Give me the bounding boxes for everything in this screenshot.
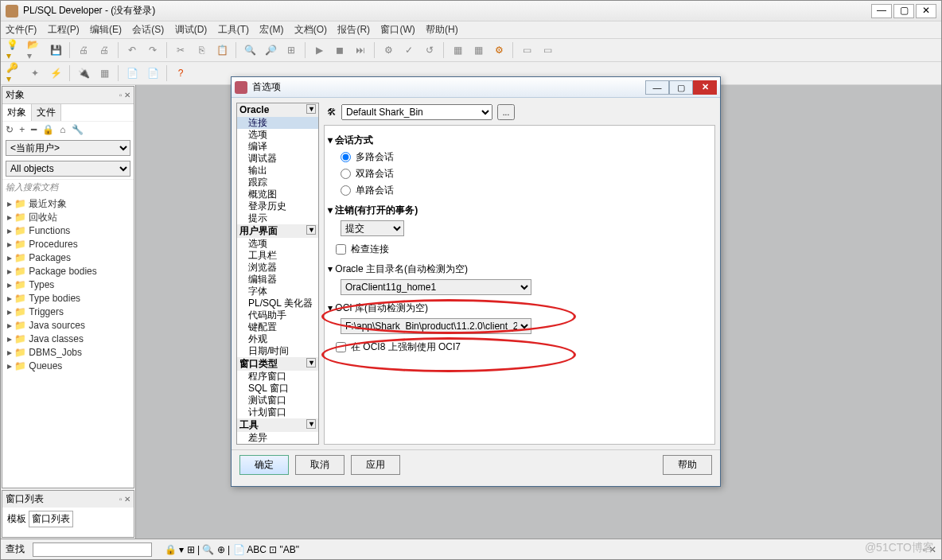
profile-browse-button[interactable]: ... (497, 104, 515, 120)
pref-item[interactable]: 代码助手 (237, 309, 318, 321)
tree-node[interactable]: 📁DBMS_Jobs (7, 346, 129, 360)
plug-icon[interactable]: 🔌 (75, 64, 92, 82)
tree-node[interactable]: 📁Queues (7, 360, 129, 373)
data-icon[interactable]: ▦ (95, 64, 113, 82)
pref-item[interactable]: 计划窗口 (237, 406, 318, 418)
dialog-close[interactable]: ✕ (693, 80, 717, 95)
print-icon[interactable]: 🖨 (75, 41, 92, 59)
search-placeholder[interactable]: 输入搜索文档 (2, 179, 134, 195)
cascade-icon[interactable]: ▭ (539, 41, 556, 59)
menu-tools[interactable]: 工具(T) (218, 24, 249, 35)
menu-project[interactable]: 工程(P) (48, 24, 80, 35)
apply-button[interactable]: 应用 (351, 455, 400, 475)
replace-icon[interactable]: ⊞ (282, 41, 300, 59)
tab-files[interactable]: 文件 (32, 104, 61, 121)
pref-item[interactable]: 工具栏 (237, 250, 318, 262)
pref-item[interactable]: 浏览器 (237, 262, 318, 274)
check-connection-checkbox[interactable] (336, 244, 346, 255)
menu-edit[interactable]: 编辑(E) (90, 24, 122, 35)
menu-help[interactable]: 帮助(H) (426, 24, 458, 35)
tree-node[interactable]: 📁Java sources (7, 319, 129, 332)
filter-combo[interactable]: All objects (6, 161, 130, 177)
more1-icon[interactable]: ▦ (449, 41, 466, 59)
spark-icon[interactable]: ✦ (26, 64, 44, 82)
findnext-icon[interactable]: 🔎 (262, 41, 279, 59)
menu-macro[interactable]: 宏(M) (259, 24, 283, 35)
pref-item[interactable]: SQL 窗口 (237, 383, 318, 395)
preferences-tree[interactable]: Oracle▾连接选项编译调试器输出跟踪概览图登录历史提示用户界面▾选项工具栏浏… (236, 103, 319, 445)
cancel-button[interactable]: 取消 (295, 455, 344, 475)
user-combo[interactable]: <当前用户> (6, 140, 130, 156)
window-list-input[interactable]: 窗口列表 (29, 511, 73, 527)
print2-icon[interactable]: 🖨 (95, 41, 113, 59)
paste-icon[interactable]: 📋 (213, 41, 231, 59)
pref-category[interactable]: 用户界面▾ (237, 224, 318, 238)
pref-item[interactable]: 数据生成器 (237, 444, 318, 445)
dialog-minimize[interactable]: — (645, 80, 669, 95)
flash-icon[interactable]: ⚡ (47, 64, 64, 82)
pref-item[interactable]: 编译 (237, 141, 318, 153)
close-button[interactable]: ✕ (916, 4, 936, 18)
cut-icon[interactable]: ✂ (172, 41, 189, 59)
tree-node[interactable]: 📁Type bodies (7, 292, 129, 305)
force-oci7-checkbox[interactable] (336, 342, 346, 352)
pref-item[interactable]: 跟踪 (237, 177, 318, 189)
menu-session[interactable]: 会话(S) (132, 24, 164, 35)
oci-lib-select[interactable]: F:\app\Shark_Bin\product\11.2.0\client_2… (341, 318, 531, 334)
help-icon[interactable]: ? (172, 64, 189, 82)
tree-node[interactable]: 📁Package bodies (7, 265, 129, 278)
pref-item[interactable]: 字体 (237, 286, 318, 298)
object-tree[interactable]: 📁最近对象📁回收站📁Functions📁Procedures📁Packages📁… (2, 195, 134, 375)
pref-item[interactable]: 提示 (237, 212, 318, 224)
tree-node[interactable]: 📁Packages (7, 251, 129, 265)
object-toolbar[interactable]: ↻ + ━ 🔒 ⌂ 🔧 (2, 121, 134, 138)
redo-icon[interactable]: ↷ (144, 41, 162, 59)
single-session-radio[interactable] (341, 185, 351, 196)
pref-item[interactable]: 程序窗口 (237, 371, 318, 383)
tree-node[interactable]: 📁Java classes (7, 332, 129, 346)
pref-item[interactable]: 日期/时间 (237, 345, 318, 357)
pref-item[interactable]: 概览图 (237, 189, 318, 200)
pref-item[interactable]: 选项 (237, 129, 318, 141)
logoff-select[interactable]: 提交 (341, 220, 404, 236)
maximize-button[interactable]: ▢ (893, 4, 914, 18)
pref-item[interactable]: PL/SQL 美化器 (237, 298, 318, 309)
pref-category[interactable]: 工具▾ (237, 418, 318, 432)
find-icon[interactable]: 🔍 (241, 41, 259, 59)
exec-icon[interactable]: ⚙ (380, 41, 397, 59)
step-icon[interactable]: ⏭ (352, 41, 369, 59)
script2-icon[interactable]: 📄 (144, 64, 162, 82)
dual-session-radio[interactable] (341, 169, 351, 179)
pref-item[interactable]: 输出 (237, 165, 318, 177)
session-mode-head[interactable]: 会话方式 (328, 132, 711, 149)
help-button[interactable]: 帮助 (663, 455, 712, 475)
minimize-button[interactable]: — (871, 4, 892, 18)
tree-node[interactable]: 📁Functions (7, 224, 129, 238)
run-icon[interactable]: ▶ (310, 41, 328, 59)
search-input[interactable] (33, 542, 152, 557)
pref-item[interactable]: 登录历史 (237, 200, 318, 212)
pref-item[interactable]: 调试器 (237, 153, 318, 165)
profile-select[interactable]: Default Shark_Bin (341, 104, 492, 120)
save-icon[interactable]: 💾 (47, 41, 64, 59)
pref-category[interactable]: Oracle▾ (237, 103, 318, 117)
special-icon[interactable]: ⚙ (490, 41, 508, 59)
logoff-head[interactable]: 注销(有打开的事务) (328, 202, 711, 219)
oracle-home-select[interactable]: OraClient11g_home1 (341, 279, 531, 295)
pref-item[interactable]: 键配置 (237, 321, 318, 333)
menu-file[interactable]: 文件(F) (6, 24, 37, 35)
tab-objects[interactable]: 对象 (2, 104, 32, 121)
window-icon[interactable]: ▭ (518, 41, 535, 59)
pref-item[interactable]: 测试窗口 (237, 395, 318, 406)
pref-item[interactable]: 外观 (237, 333, 318, 345)
stop-icon[interactable]: ◼ (331, 41, 348, 59)
rollback-icon[interactable]: ↺ (421, 41, 438, 59)
pref-item[interactable]: 差异 (237, 432, 318, 444)
key-icon[interactable]: 🔑▾ (6, 64, 23, 82)
menu-debug[interactable]: 调试(D) (175, 24, 208, 35)
pin-icon[interactable]: ▫ ✕ (119, 495, 130, 504)
script1-icon[interactable]: 📄 (123, 64, 141, 82)
pref-category[interactable]: 窗口类型▾ (237, 357, 318, 371)
copy-icon[interactable]: ⎘ (193, 41, 210, 59)
tree-node[interactable]: 📁回收站 (7, 211, 129, 224)
